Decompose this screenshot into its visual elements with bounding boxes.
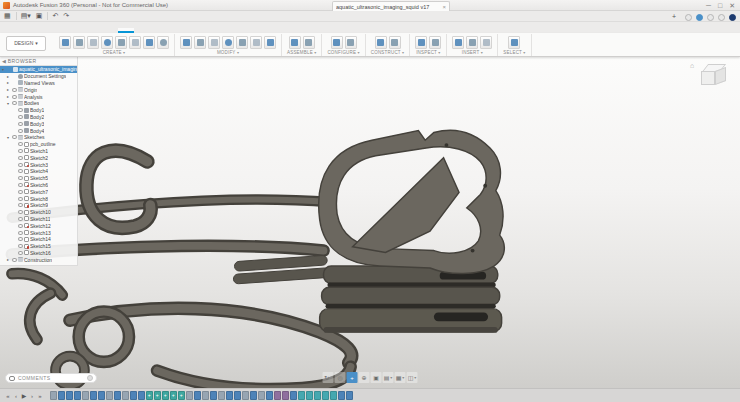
construction-plane-icon[interactable]	[375, 36, 387, 49]
visibility-eye-icon[interactable]	[18, 142, 23, 146]
expand-arrow-icon[interactable]	[7, 257, 11, 262]
tree-item[interactable]: Sketch8	[0, 195, 77, 202]
workspace-selector[interactable]: DESIGN▾	[6, 36, 46, 51]
ribbon-group-dropdown[interactable]: CREATE	[103, 49, 126, 56]
maximize-button[interactable]: □	[718, 1, 722, 10]
visibility-eye-icon[interactable]	[18, 163, 23, 167]
tree-item[interactable]: Sketch9	[0, 202, 77, 209]
visibility-eye-icon[interactable]	[18, 190, 23, 194]
expand-arrow-icon[interactable]	[7, 94, 11, 99]
ribbon-group-dropdown[interactable]: MODIFY	[217, 49, 239, 56]
tree-item[interactable]: Named Views	[0, 80, 77, 87]
grid-snap-button[interactable]	[395, 372, 406, 383]
document-tab[interactable]: aquatic_ultrasonic_imaging_squid v17 ×	[332, 1, 450, 11]
view-cube-front-face[interactable]	[701, 71, 715, 85]
tree-item[interactable]: Sketch1	[0, 148, 77, 155]
tree-item[interactable]: Sketch15	[0, 243, 77, 250]
timeline-feature[interactable]	[82, 391, 89, 400]
timeline-feature[interactable]	[298, 391, 305, 400]
ribbon-group-dropdown[interactable]: CONFIGURE	[327, 49, 359, 56]
tree-item[interactable]: Sketch2	[0, 154, 77, 161]
timeline-feature[interactable]	[306, 391, 313, 400]
document-tab-close-icon[interactable]: ×	[442, 4, 446, 10]
split-body-icon[interactable]	[250, 36, 262, 49]
timeline-feature[interactable]	[138, 391, 145, 400]
timeline-feature[interactable]	[66, 391, 73, 400]
timeline-feature[interactable]	[218, 391, 225, 400]
visibility-eye-icon[interactable]	[18, 244, 23, 248]
tree-item[interactable]: Sketch13	[0, 229, 77, 236]
visibility-eye-icon[interactable]	[18, 156, 23, 160]
insert-mesh-icon[interactable]	[480, 36, 492, 49]
minimize-button[interactable]: ─	[706, 1, 711, 10]
visibility-eye-icon[interactable]	[12, 258, 17, 262]
visibility-eye-icon[interactable]	[18, 149, 23, 153]
timeline-feature[interactable]	[210, 391, 217, 400]
fit-button[interactable]	[371, 372, 382, 383]
tree-item[interactable]: Bodies	[0, 100, 77, 107]
timeline-feature[interactable]	[130, 391, 137, 400]
ribbon-group-dropdown[interactable]: SELECT	[503, 49, 525, 56]
tree-item[interactable]: Body4	[0, 127, 77, 134]
ribbon-group-dropdown[interactable]: ASSEMBLE	[287, 49, 316, 56]
visibility-eye-icon[interactable]	[18, 183, 23, 187]
app-menu-grid-icon[interactable]: ▦	[4, 11, 11, 21]
move-copy-icon[interactable]	[264, 36, 276, 49]
timeline-feature[interactable]	[250, 391, 257, 400]
visibility-eye-icon[interactable]	[12, 135, 17, 139]
playback-button[interactable]: ‹	[12, 390, 20, 402]
visibility-eye-icon[interactable]	[12, 88, 17, 92]
close-button[interactable]: ✕	[729, 1, 735, 10]
tree-item[interactable]: Sketch5	[0, 175, 77, 182]
squid-head-body[interactable]	[319, 130, 505, 273]
timeline-feature[interactable]	[106, 391, 113, 400]
playback-button[interactable]: «	[4, 390, 12, 402]
tree-item[interactable]: Sketch6	[0, 182, 77, 189]
timeline-feature[interactable]	[274, 391, 281, 400]
timeline-feature[interactable]	[338, 391, 345, 400]
timeline-feature[interactable]	[242, 391, 249, 400]
expand-arrow-icon[interactable]	[7, 135, 11, 140]
timeline-feature[interactable]	[114, 391, 121, 400]
timeline-feature[interactable]	[58, 391, 65, 400]
ribbon-group-dropdown[interactable]: INSERT	[462, 49, 483, 56]
timeline-feature[interactable]	[258, 391, 265, 400]
tree-item[interactable]: Body2	[0, 114, 77, 121]
fillet-icon[interactable]	[194, 36, 206, 49]
timeline-feature[interactable]	[290, 391, 297, 400]
visibility-eye-icon[interactable]	[12, 101, 17, 105]
tree-item[interactable]: Sketch7	[0, 188, 77, 195]
expand-arrow-icon[interactable]	[7, 74, 11, 79]
section-analysis-icon[interactable]	[429, 36, 441, 49]
timeline-feature[interactable]	[154, 391, 161, 400]
tree-item[interactable]: Sketch14	[0, 236, 77, 243]
tree-item[interactable]: Document Settings	[0, 73, 77, 80]
timeline-feature[interactable]	[202, 391, 209, 400]
visibility-eye-icon[interactable]	[18, 122, 23, 126]
visibility-eye-icon[interactable]	[18, 210, 23, 214]
extrude-icon[interactable]	[73, 36, 85, 49]
profile-avatar[interactable]	[729, 14, 736, 21]
tree-item[interactable]: pcb_outline	[0, 141, 77, 148]
hole-icon[interactable]	[129, 36, 141, 49]
configuration-table-icon[interactable]	[345, 36, 357, 49]
look-at-button[interactable]	[335, 372, 346, 383]
orbit-button[interactable]	[323, 372, 334, 383]
timeline-feature[interactable]	[98, 391, 105, 400]
timeline-feature[interactable]	[50, 391, 57, 400]
visibility-eye-icon[interactable]	[12, 95, 17, 99]
tree-item[interactable]: Sketch4	[0, 168, 77, 175]
file-menu-icon[interactable]: ▤▾	[21, 11, 31, 21]
hook-tentacle[interactable]	[86, 151, 150, 228]
expand-arrow-icon[interactable]	[7, 101, 11, 106]
tree-item[interactable]: Sketch16	[0, 250, 77, 257]
playback-button[interactable]: ›	[28, 390, 36, 402]
insert-derive-icon[interactable]	[452, 36, 464, 49]
notification-bell-icon[interactable]	[707, 14, 714, 21]
visibility-eye-icon[interactable]	[18, 197, 23, 201]
display-settings-button[interactable]	[383, 372, 394, 383]
visibility-eye-icon[interactable]	[18, 251, 23, 255]
tree-item[interactable]: Origin	[0, 86, 77, 93]
joint-icon[interactable]	[303, 36, 315, 49]
timeline-feature[interactable]	[170, 391, 177, 400]
